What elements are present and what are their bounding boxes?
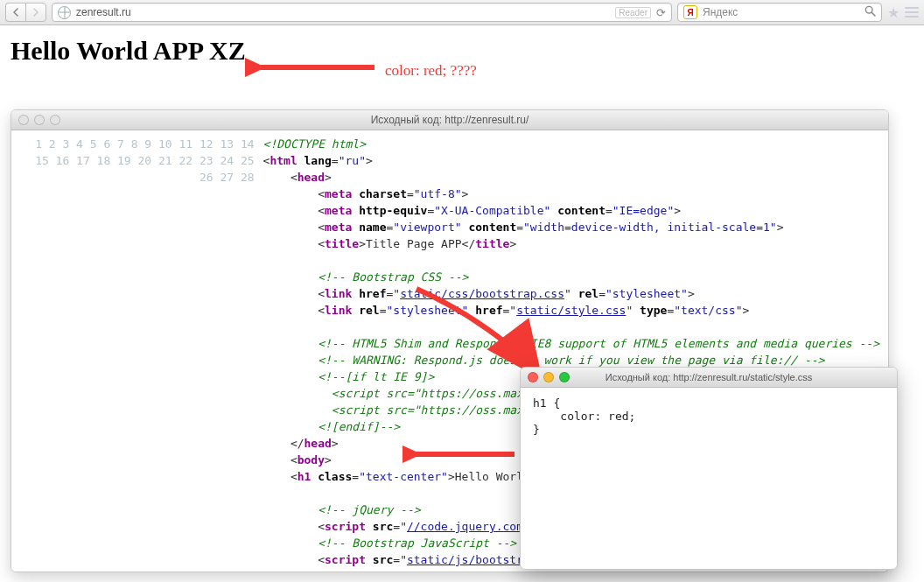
source-window-title: Исходный код: http://zenresult.ru/ <box>371 114 529 126</box>
page-viewport: Hello World APP XZ color: red; ???? Исхо… <box>0 25 924 582</box>
reader-badge[interactable]: Reader <box>615 7 651 18</box>
search-placeholder: Яндекс <box>703 6 738 18</box>
css-window-titlebar[interactable]: Исходный код: http://zenresult.ru/static… <box>521 368 897 388</box>
css-content[interactable]: h1 { color: red; } <box>521 388 897 569</box>
traffic-lights <box>521 372 570 382</box>
yandex-icon: Я <box>683 5 697 19</box>
code-link[interactable]: static/css/bootstrap.css <box>400 287 564 300</box>
traffic-lights <box>11 115 60 125</box>
nav-button-group <box>5 3 46 22</box>
source-window-titlebar[interactable]: Исходный код: http://zenresult.ru/ <box>11 110 888 130</box>
close-dot-icon[interactable] <box>18 115 29 125</box>
forward-button[interactable] <box>25 3 46 22</box>
refresh-icon[interactable]: ⟳ <box>656 6 666 19</box>
css-popup-window: Исходный код: http://zenresult.ru/static… <box>520 367 898 570</box>
svg-line-1 <box>872 12 875 16</box>
code-link[interactable]: static/style.css <box>516 304 626 317</box>
zoom-dot-icon[interactable] <box>50 115 60 125</box>
menu-icon[interactable] <box>905 5 919 19</box>
globe-icon <box>58 6 71 19</box>
address-bar[interactable]: zenresult.ru Reader ⟳ <box>52 3 672 22</box>
minimize-dot-icon[interactable] <box>34 115 45 125</box>
search-icon[interactable] <box>864 5 876 19</box>
line-gutter: 1 2 3 4 5 6 7 8 9 10 11 12 13 14 15 16 1… <box>11 130 263 571</box>
search-bar[interactable]: Я Яндекс <box>677 3 882 22</box>
bookmark-icon[interactable]: ★ <box>887 4 900 21</box>
annotation-text: color: red; ???? <box>385 62 477 80</box>
css-window-title: Исходный код: http://zenresult.ru/static… <box>606 372 813 382</box>
url-text: zenresult.ru <box>76 6 131 18</box>
zoom-dot-icon[interactable] <box>559 372 570 382</box>
minimize-dot-icon[interactable] <box>543 372 554 382</box>
back-button[interactable] <box>5 3 25 22</box>
close-dot-icon[interactable] <box>528 372 538 382</box>
browser-toolbar: zenresult.ru Reader ⟳ Я Яндекс ★ <box>0 0 924 25</box>
